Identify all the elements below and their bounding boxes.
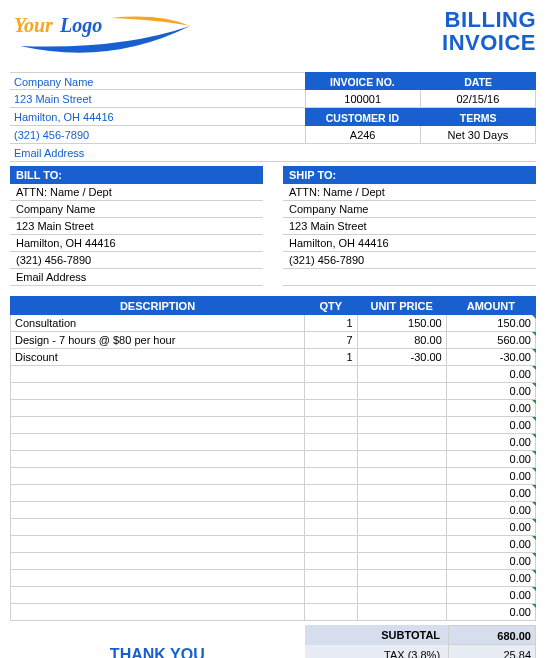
item-price bbox=[357, 400, 446, 417]
table-row: 0.00 bbox=[11, 536, 536, 553]
item-amount: 0.00 bbox=[446, 502, 535, 519]
table-row: 0.00 bbox=[11, 519, 536, 536]
invoice-date: 02/15/16 bbox=[421, 90, 536, 108]
table-row: 0.00 bbox=[11, 366, 536, 383]
hdr-invoice-no: INVOICE NO. bbox=[305, 72, 421, 90]
logo: Your Logo bbox=[10, 8, 210, 64]
table-row: 0.00 bbox=[11, 587, 536, 604]
item-qty: 1 bbox=[305, 315, 358, 332]
item-amount: 0.00 bbox=[446, 570, 535, 587]
item-desc bbox=[11, 536, 305, 553]
bill-to-attn: ATTN: Name / Dept bbox=[10, 184, 263, 201]
col-description: DESCRIPTION bbox=[11, 297, 305, 315]
item-desc: Design - 7 hours @ $80 per hour bbox=[11, 332, 305, 349]
item-amount: 0.00 bbox=[446, 553, 535, 570]
item-amount: -30.00 bbox=[446, 349, 535, 366]
company-info: Company Name 123 Main Street Hamilton, O… bbox=[10, 72, 305, 162]
item-price bbox=[357, 604, 446, 621]
item-desc: Consultation bbox=[11, 315, 305, 332]
table-row: 0.00 bbox=[11, 502, 536, 519]
bill-to-street: 123 Main Street bbox=[10, 218, 263, 235]
item-price bbox=[357, 366, 446, 383]
item-qty: 1 bbox=[305, 349, 358, 366]
item-amount: 0.00 bbox=[446, 366, 535, 383]
col-qty: QTY bbox=[305, 297, 358, 315]
item-desc bbox=[11, 417, 305, 434]
logo-text-1: Your bbox=[14, 14, 53, 37]
totals-block: SUBTOTAL 680.00 TAX (3.8%) 25.84 TOTAL $… bbox=[305, 625, 536, 658]
table-row: 0.00 bbox=[11, 604, 536, 621]
item-qty bbox=[305, 366, 358, 383]
subtotal-value: 680.00 bbox=[448, 625, 536, 645]
hdr-customer-id: CUSTOMER ID bbox=[305, 108, 421, 126]
table-row: 0.00 bbox=[11, 400, 536, 417]
item-desc: Discount bbox=[11, 349, 305, 366]
item-price bbox=[357, 587, 446, 604]
title-line-2: INVOICE bbox=[442, 31, 536, 54]
item-desc bbox=[11, 434, 305, 451]
hdr-terms: TERMS bbox=[420, 108, 536, 126]
ship-to-street: 123 Main Street bbox=[283, 218, 536, 235]
item-price bbox=[357, 502, 446, 519]
item-price: 80.00 bbox=[357, 332, 446, 349]
title-line-1: BILLING bbox=[442, 8, 536, 31]
item-price bbox=[357, 519, 446, 536]
item-price bbox=[357, 536, 446, 553]
item-desc bbox=[11, 366, 305, 383]
tax-label: TAX (3.8%) bbox=[305, 645, 449, 658]
table-row: 0.00 bbox=[11, 468, 536, 485]
item-amount: 0.00 bbox=[446, 519, 535, 536]
table-row: 0.00 bbox=[11, 485, 536, 502]
item-desc bbox=[11, 383, 305, 400]
item-desc bbox=[11, 570, 305, 587]
logo-text-2: Logo bbox=[60, 14, 102, 37]
item-amount: 0.00 bbox=[446, 587, 535, 604]
item-qty bbox=[305, 604, 358, 621]
hdr-date: DATE bbox=[420, 72, 536, 90]
item-price bbox=[357, 451, 446, 468]
item-desc bbox=[11, 502, 305, 519]
item-amount: 0.00 bbox=[446, 417, 535, 434]
col-amount: AMOUNT bbox=[446, 297, 535, 315]
table-row: Consultation1150.00150.00 bbox=[11, 315, 536, 332]
bill-to-block: BILL TO: ATTN: Name / Dept Company Name … bbox=[10, 166, 263, 286]
company-name: Company Name bbox=[10, 72, 305, 90]
item-amount: 0.00 bbox=[446, 604, 535, 621]
item-qty bbox=[305, 587, 358, 604]
item-price bbox=[357, 485, 446, 502]
item-qty bbox=[305, 417, 358, 434]
item-qty: 7 bbox=[305, 332, 358, 349]
bill-to-citystate: Hamilton, OH 44416 bbox=[10, 235, 263, 252]
item-amount: 0.00 bbox=[446, 451, 535, 468]
item-price bbox=[357, 417, 446, 434]
terms: Net 30 Days bbox=[421, 126, 536, 144]
bill-to-hdr: BILL TO: bbox=[10, 166, 263, 184]
ship-to-attn: ATTN: Name / Dept bbox=[283, 184, 536, 201]
item-qty bbox=[305, 570, 358, 587]
item-desc bbox=[11, 451, 305, 468]
item-amount: 150.00 bbox=[446, 315, 535, 332]
table-row: Discount1-30.00-30.00 bbox=[11, 349, 536, 366]
bill-to-phone: (321) 456-7890 bbox=[10, 252, 263, 269]
table-row: 0.00 bbox=[11, 570, 536, 587]
item-qty bbox=[305, 451, 358, 468]
bill-to-email: Email Address bbox=[10, 269, 263, 286]
item-amount: 0.00 bbox=[446, 536, 535, 553]
line-items-table: DESCRIPTION QTY UNIT PRICE AMOUNT Consul… bbox=[10, 296, 536, 621]
item-desc bbox=[11, 519, 305, 536]
item-desc bbox=[11, 400, 305, 417]
item-qty bbox=[305, 519, 358, 536]
table-row: 0.00 bbox=[11, 553, 536, 570]
item-amount: 560.00 bbox=[446, 332, 535, 349]
company-street: 123 Main Street bbox=[10, 90, 305, 108]
item-price: 150.00 bbox=[357, 315, 446, 332]
subtotal-label: SUBTOTAL bbox=[305, 625, 449, 645]
item-desc bbox=[11, 553, 305, 570]
item-qty bbox=[305, 400, 358, 417]
item-qty bbox=[305, 485, 358, 502]
table-row: 0.00 bbox=[11, 451, 536, 468]
item-qty bbox=[305, 468, 358, 485]
customer-id: A246 bbox=[305, 126, 421, 144]
company-citystate: Hamilton, OH 44416 bbox=[10, 108, 305, 126]
item-amount: 0.00 bbox=[446, 485, 535, 502]
